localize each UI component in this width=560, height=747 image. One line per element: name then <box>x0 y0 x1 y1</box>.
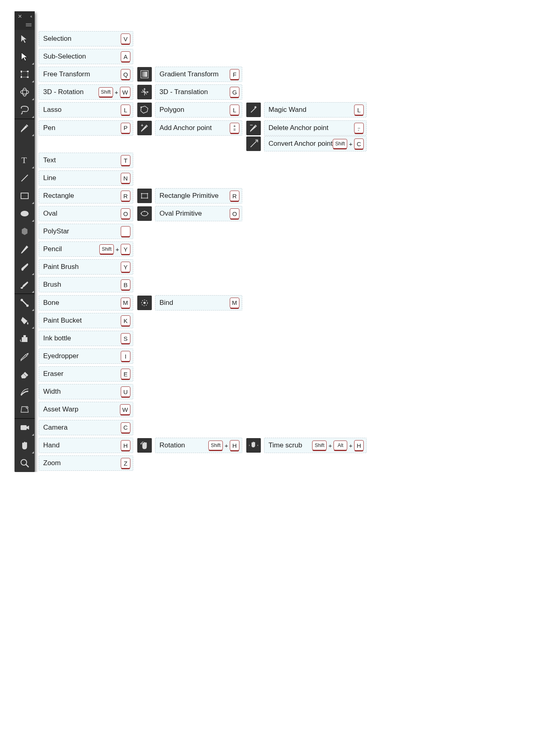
tool-chip[interactable]: Paint BrushY <box>39 259 133 275</box>
tool-row: PencilShift+Y <box>15 240 367 258</box>
oval-tool-slot[interactable] <box>15 205 35 222</box>
rotate-3d-tool-slot[interactable] <box>15 83 35 101</box>
oval-primitive-icon[interactable] <box>137 206 152 221</box>
tool-chip[interactable]: Free TransformQ <box>39 67 133 82</box>
tool-label: Rectangle Primitive <box>159 192 218 200</box>
line-tool-slot[interactable] <box>15 169 35 187</box>
selection-tool-slot[interactable] <box>15 30 35 48</box>
tool-row: PolyStar <box>15 222 367 240</box>
tool-label: Free Transform <box>43 70 90 78</box>
lasso-tool-slot[interactable] <box>15 101 35 119</box>
tool-chip[interactable]: 3D - TranslationG <box>155 84 242 100</box>
paint-bucket-tool-slot[interactable] <box>15 312 35 329</box>
shortcut-key: L <box>354 105 364 115</box>
shortcut-keys: W <box>120 404 130 415</box>
shortcut-keys: Shift+Alt+H <box>312 440 364 451</box>
tool-chip[interactable]: Rectangle PrimitiveR <box>155 188 242 204</box>
tool-row: BoneMBindM <box>15 294 367 312</box>
brush-tool-slot[interactable] <box>15 276 35 294</box>
tool-chip[interactable]: BoneM <box>39 295 133 311</box>
close-icon[interactable]: ✕ <box>18 13 22 19</box>
tool-chip[interactable]: Ink bottleS <box>39 331 133 346</box>
tool-chip[interactable]: Sub-SelectionA <box>39 49 133 64</box>
pen-add-icon[interactable] <box>137 121 152 135</box>
tool-chip[interactable]: LassoL <box>39 102 133 118</box>
tool-row: WidthU <box>15 383 367 401</box>
shortcut-keys: P <box>121 123 130 133</box>
pen-tool-slot[interactable] <box>15 119 35 137</box>
key-plus: + <box>115 246 119 253</box>
free-transform-tool-slot[interactable] <box>15 65 35 83</box>
rotation-hand-icon[interactable] <box>137 438 152 453</box>
tool-chip[interactable]: PencilShift+Y <box>39 241 133 257</box>
convert-anchor-icon[interactable] <box>246 136 261 151</box>
tool-chip[interactable]: ZoomZ <box>39 455 133 471</box>
camera-tool-slot[interactable] <box>15 418 35 436</box>
zoom-tool-slot[interactable] <box>15 454 35 472</box>
tool-chip[interactable]: PolyStar <box>39 224 133 239</box>
pencil-tool-slot[interactable] <box>15 240 35 258</box>
tool-chip[interactable]: Time scrubShift+Alt+H <box>264 438 367 453</box>
tool-label: 3D - Rotation <box>43 88 84 96</box>
tool-chip[interactable]: Add Anchor point+= <box>155 120 242 136</box>
rectangle-tool-slot[interactable] <box>15 187 35 205</box>
tool-chip[interactable]: Paint BucketK <box>39 313 133 328</box>
tool-chip[interactable]: Gradient TransformF <box>155 67 242 82</box>
tool-chip[interactable]: HandH <box>39 438 133 453</box>
tool-chip[interactable]: PolygonL <box>155 102 242 118</box>
paintbrush-tool-slot[interactable] <box>15 258 35 276</box>
gradient-transform-icon[interactable] <box>137 67 152 82</box>
tool-chip[interactable]: CameraC <box>39 420 133 435</box>
shortcut-key: L <box>121 105 130 115</box>
tool-chip[interactable]: Asset WarpW <box>39 402 133 417</box>
hand-tool-slot[interactable] <box>15 436 35 454</box>
magic-wand-icon[interactable] <box>246 103 261 117</box>
tool-chip[interactable]: PenP <box>39 120 133 136</box>
polystar-tool-slot[interactable] <box>15 222 35 240</box>
shortcut-key: K <box>121 315 130 326</box>
shortcut-keys: R <box>230 191 239 201</box>
tool-chip[interactable]: Convert Anchor pointShift+C <box>264 136 367 151</box>
tool-chip[interactable]: RectangleR <box>39 188 133 204</box>
tool-chip[interactable]: Magic WandL <box>264 102 367 118</box>
tool-label: Sub-Selection <box>43 52 86 61</box>
tool-chip[interactable]: BindM <box>155 295 242 311</box>
key-plus: + <box>224 442 228 449</box>
ink-bottle-tool-slot[interactable] <box>15 329 35 347</box>
shortcut-keys: E <box>121 369 130 379</box>
collapse-icon[interactable]: ‹‹ <box>30 14 31 19</box>
tool-row: TextT <box>15 151 367 169</box>
eraser-tool-slot[interactable] <box>15 365 35 383</box>
shortcut-key: Y <box>121 244 130 254</box>
tool-chip[interactable]: LineN <box>39 170 133 186</box>
tool-row: Paint BucketK <box>15 312 367 329</box>
tool-chip[interactable]: BrushB <box>39 277 133 292</box>
tool-chip[interactable]: EyedropperI <box>39 348 133 364</box>
polygon-lasso-icon[interactable] <box>137 103 152 117</box>
tool-chip[interactable]: WidthU <box>39 384 133 399</box>
flyout-indicator-icon <box>32 116 34 118</box>
tool-chip[interactable]: 3D - RotationShift+W <box>39 84 133 100</box>
bind-icon[interactable] <box>137 296 152 310</box>
pen-del-icon[interactable] <box>246 121 261 135</box>
bone-tool-slot[interactable] <box>15 294 35 312</box>
asset-warp-tool-slot[interactable] <box>15 401 35 418</box>
width-tool-slot[interactable] <box>15 383 35 401</box>
panel-header: ✕ ‹‹ <box>15 11 35 21</box>
text-tool-slot[interactable] <box>15 151 35 169</box>
tool-chip[interactable]: Oval PrimitiveO <box>155 206 242 221</box>
tool-chip[interactable]: SelectionV <box>39 31 133 46</box>
tool-chip[interactable]: EraserE <box>39 366 133 382</box>
panel-menu-icon[interactable] <box>26 23 31 26</box>
tool-label: Bind <box>159 299 173 307</box>
tool-chip[interactable]: Delete Anchor point_- <box>264 120 367 136</box>
time-scrub-icon[interactable] <box>246 438 261 453</box>
tool-chip[interactable]: TextT <box>39 153 133 168</box>
tool-chip[interactable]: OvalO <box>39 206 133 221</box>
tool-chip[interactable]: RotationShift+H <box>155 438 242 453</box>
rectangle-primitive-icon[interactable] <box>137 189 152 203</box>
translate-3d-icon[interactable] <box>137 85 152 99</box>
eyedropper-tool-slot[interactable] <box>15 347 35 365</box>
tool-row: Asset WarpW <box>15 401 367 418</box>
subselection-tool-slot[interactable] <box>15 48 35 65</box>
